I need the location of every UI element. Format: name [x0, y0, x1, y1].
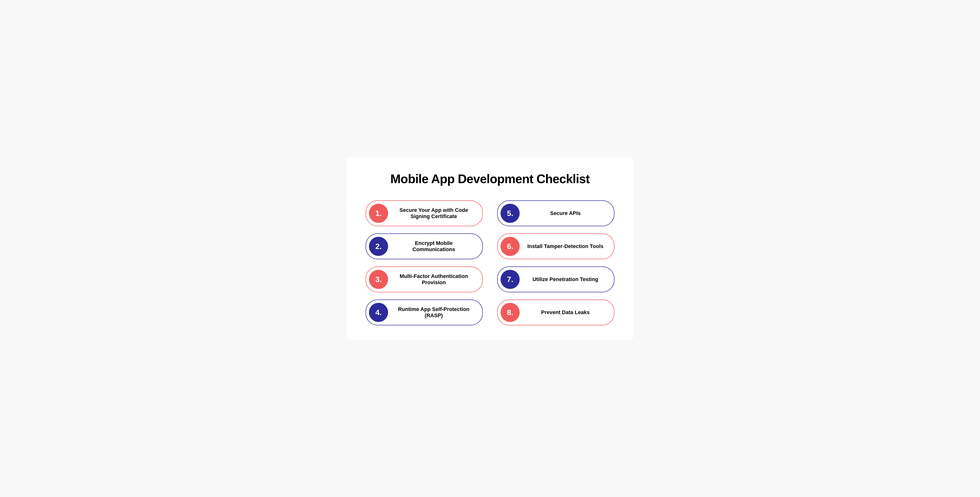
- item-label-8: Prevent Data Leaks: [525, 309, 611, 315]
- item-label-6: Install Tamper-Detection Tools: [525, 243, 611, 250]
- number-badge-4: 4.: [369, 303, 388, 322]
- number-badge-5: 5.: [501, 204, 520, 223]
- item-label-5: Secure APIs: [525, 210, 611, 217]
- page-title: Mobile App Development Checklist: [366, 172, 614, 186]
- checklist-item-1: 1. Secure Your App with Code Signing Cer…: [366, 201, 483, 226]
- checklist-grid: 1. Secure Your App with Code Signing Cer…: [366, 201, 614, 325]
- checklist-item-3: 3. Multi-Factor Authentication Provision: [366, 266, 483, 292]
- number-badge-1: 1.: [369, 204, 388, 223]
- checklist-item-6: 6. Install Tamper-Detection Tools: [497, 233, 614, 259]
- item-label-2: Encrypt Mobile Communications: [393, 240, 479, 253]
- page-container: Mobile App Development Checklist 1. Secu…: [347, 157, 633, 340]
- number-badge-7: 7.: [501, 270, 520, 289]
- checklist-item-8: 8. Prevent Data Leaks: [497, 299, 614, 325]
- number-badge-3: 3.: [369, 270, 388, 289]
- checklist-item-7: 7. Utilize Penetration Testing: [497, 266, 614, 292]
- item-label-1: Secure Your App with Code Signing Certif…: [393, 207, 479, 220]
- number-badge-2: 2.: [369, 237, 388, 256]
- item-label-3: Multi-Factor Authentication Provision: [393, 273, 479, 286]
- checklist-item-5: 5. Secure APIs: [497, 201, 614, 226]
- checklist-item-4: 4. Runtime App Self-Protection (RASP): [366, 299, 483, 325]
- number-badge-8: 8.: [501, 303, 520, 322]
- item-label-4: Runtime App Self-Protection (RASP): [393, 306, 479, 319]
- checklist-item-2: 2. Encrypt Mobile Communications: [366, 233, 483, 259]
- number-badge-6: 6.: [501, 237, 520, 256]
- item-label-7: Utilize Penetration Testing: [525, 276, 611, 282]
